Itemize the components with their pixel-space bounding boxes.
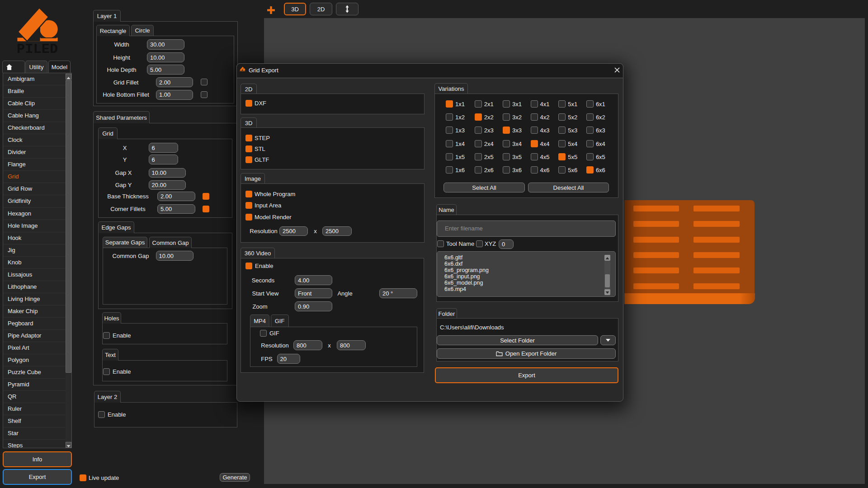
svg-text:PILED: PILED	[17, 42, 58, 56]
